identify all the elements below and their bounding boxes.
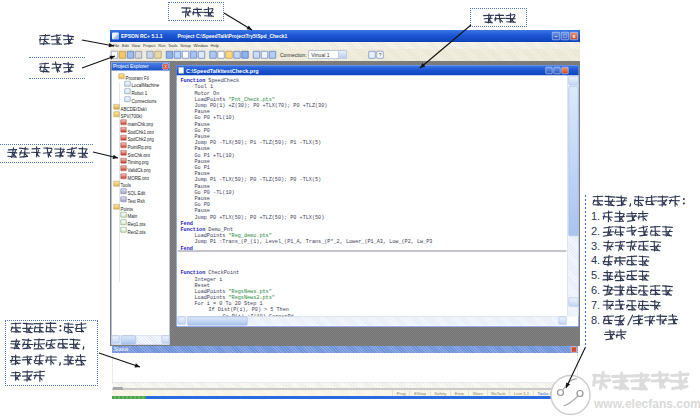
- svg-text:3.: 3.: [591, 240, 600, 252]
- svg-text:7.: 7.: [591, 299, 600, 311]
- svg-text:8.: 8.: [591, 314, 600, 326]
- svg-text:2.: 2.: [591, 225, 600, 237]
- svg-text:1.: 1.: [591, 210, 600, 222]
- svg-text:4.: 4.: [591, 254, 600, 266]
- svg-text:6.: 6.: [591, 284, 600, 296]
- svg-text:5.: 5.: [591, 269, 600, 281]
